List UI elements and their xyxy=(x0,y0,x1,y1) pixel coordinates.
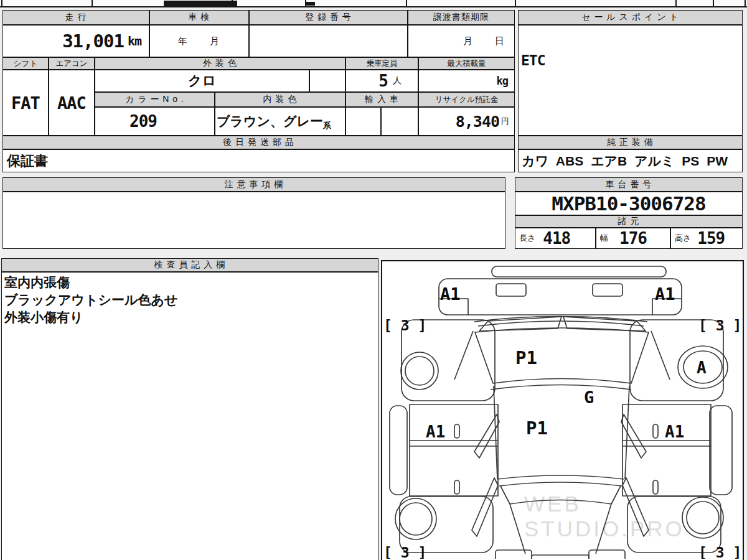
spec-height-cell: 高さ 159 xyxy=(670,228,743,249)
spec-height-value: 159 xyxy=(697,229,725,248)
tire-mark-rear-right: [ 3 ] xyxy=(698,544,741,559)
rear-window-sides xyxy=(500,486,621,504)
spec-width-value: 176 xyxy=(619,229,647,248)
top-cutoff-row xyxy=(0,0,747,7)
top-row-divider xyxy=(92,0,93,7)
later-parts-value-cell: 保証書 xyxy=(2,149,515,172)
inspector-box: 検 査 員 記 入 欄 室内内張傷 ブラックアウトシール色あせ 外装小傷有り xyxy=(1,258,378,560)
sales-point-box: セ ー ル ス ポ イ ン ト ETC 純 正 装 備 カワ ABS エアB ア… xyxy=(518,10,743,172)
inspector-line: 外装小傷有り xyxy=(4,309,177,326)
shaken-value-cell: 年 月 xyxy=(149,25,249,57)
damage-mark-roof: P1 xyxy=(526,418,548,439)
spec-width-cell: 幅 176 xyxy=(596,228,670,249)
top-row-divider xyxy=(515,0,516,7)
chassis-box: 車 台 番 号 MXPB10-3006728 諸 元 長さ 418 幅 176 … xyxy=(515,177,743,249)
equipment-value-cell: カワ ABS エアB アルミ PS PW xyxy=(518,149,743,172)
aircon-header: エアコン xyxy=(49,57,95,70)
tire-mark-front-left: [ 3 ] xyxy=(383,317,426,334)
shift-header: シフト xyxy=(2,57,49,70)
registration-header: 登 録 番 号 xyxy=(249,10,408,25)
door-panel-left xyxy=(410,404,498,496)
damage-mark-door-left: A1 xyxy=(426,422,445,441)
interior-color-value: ブラウン、グレー xyxy=(217,113,323,130)
interior-color-value-cell: ブラウン、グレー 系 xyxy=(215,107,345,136)
chassis-header: 車 台 番 号 xyxy=(515,177,743,192)
wheel-rear-left xyxy=(395,498,436,539)
spec-length-cell: 長さ 418 xyxy=(515,228,596,249)
interior-color-suffix: 系 xyxy=(323,120,331,131)
door-panel-right xyxy=(622,404,711,496)
door-handle xyxy=(653,424,658,438)
shift-value-cell: FAT xyxy=(2,70,49,136)
roof-side-left xyxy=(494,386,497,479)
auction-sheet: { "colors": { "header_bg": "#d6d6d6", "b… xyxy=(0,0,747,560)
specs-header: 諸 元 xyxy=(515,215,743,228)
max-load-value-cell: kg xyxy=(418,70,515,92)
rear-window-top xyxy=(499,482,622,486)
import-extra-cell xyxy=(381,107,418,136)
info-table: 走 行 車 検 登 録 番 号 譲渡書類期限 31,001 km 年 月 月 日… xyxy=(2,10,515,172)
exterior-color-value-cell: クロ xyxy=(95,70,309,92)
rear-bumper-center xyxy=(532,555,589,559)
inspector-line: ブラックアウトシール色あせ xyxy=(4,291,177,309)
import-header: 輸 入 車 xyxy=(345,92,418,107)
rear-bumper-left xyxy=(496,550,532,559)
spec-length-label: 長さ xyxy=(519,233,535,244)
max-load-unit: kg xyxy=(497,75,508,87)
wheel-front-left xyxy=(401,352,438,390)
capacity-header: 乗車定員 xyxy=(345,57,418,70)
shaken-header: 車 検 xyxy=(149,10,249,25)
pillar-band xyxy=(622,478,649,536)
front-bumper xyxy=(439,279,682,315)
notes-body xyxy=(2,192,505,249)
recycle-value: 8,340 xyxy=(456,113,499,131)
front-plate-bar xyxy=(492,266,666,277)
damage-mark-glass: G xyxy=(584,388,594,407)
equipment-header: 純 正 装 備 xyxy=(518,136,743,149)
spec-width-label: 幅 xyxy=(600,233,608,244)
hatch-sides xyxy=(510,504,611,554)
tire-mark-rear-left: [ 3 ] xyxy=(383,544,426,559)
spec-length-value: 418 xyxy=(543,229,570,248)
registration-value-cell xyxy=(249,25,408,57)
exterior-color-extra-cell xyxy=(309,70,345,92)
wheel-front-left-inner xyxy=(405,357,434,385)
max-load-header: 最大積載量 xyxy=(418,57,515,70)
cowl-line xyxy=(478,321,644,326)
recycle-header: リサイクル預託金 xyxy=(418,92,515,107)
cutoff-text-fragment xyxy=(306,2,315,6)
later-parts-header: 後 日 発 送 部 品 xyxy=(2,136,515,149)
transfer-value-cell: 月 日 xyxy=(408,25,515,57)
recycle-unit: 円 xyxy=(501,116,509,127)
roof-front-edge xyxy=(491,385,631,390)
damage-mark-door-right: A1 xyxy=(665,422,684,441)
color-no-value-cell: 209 xyxy=(95,107,215,136)
damage-diagram-box: WEB STUDIO.PRO xyxy=(381,260,744,560)
import-value-cell xyxy=(345,107,381,136)
mileage-header: 走 行 xyxy=(2,10,149,25)
exterior-color-header: 外 装 色 xyxy=(95,57,345,70)
top-row-divider xyxy=(745,0,746,7)
recycle-value-cell: 8,340 円 xyxy=(418,107,515,136)
wheel-rear-right xyxy=(682,497,723,538)
capacity-value: 5 xyxy=(378,72,388,90)
wheel-rear-left-inner xyxy=(400,503,432,535)
notes-header: 注 意 事 項 欄 xyxy=(2,177,505,192)
car-top-view-diagram: A1 A1 P1 G P1 A A1 A1 [ 3 ] [ 3 ] [ 3 ] … xyxy=(382,261,743,559)
cutoff-text-fragment xyxy=(164,1,237,6)
sales-point-body: ETC xyxy=(518,25,743,136)
inspector-body: 室内内張傷 ブラックアウトシール色あせ 外装小傷有り xyxy=(1,272,378,560)
tire-mark-front-right: [ 3 ] xyxy=(698,317,741,334)
side-sill-left xyxy=(390,406,407,495)
aircon-value-cell: AAC xyxy=(49,70,95,136)
color-no-header: カ ラ ー N o . xyxy=(95,92,215,107)
damage-mark-wheel: A xyxy=(697,358,707,377)
top-row-divider xyxy=(406,0,407,7)
capacity-value-cell: 5 人 xyxy=(345,70,418,92)
wheel-rear-right-inner xyxy=(687,502,719,534)
top-row-divider xyxy=(713,0,714,7)
sales-point-value: ETC xyxy=(521,52,545,68)
top-row-divider xyxy=(675,0,677,7)
pillar-band xyxy=(621,414,646,458)
door-body-lines xyxy=(410,441,711,446)
